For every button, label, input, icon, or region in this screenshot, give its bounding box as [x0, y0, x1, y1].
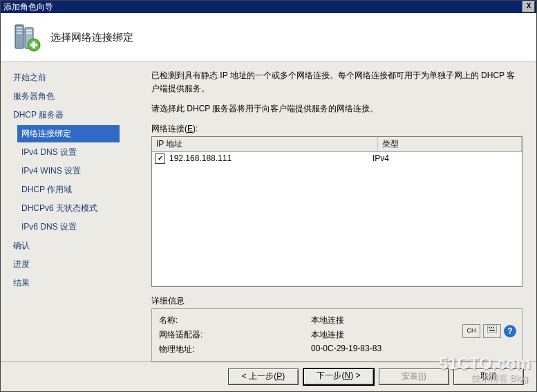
page-title: 选择网络连接绑定	[50, 31, 133, 44]
connections-label: 网络连接(E):	[151, 123, 522, 135]
row-checkbox[interactable]: ✓	[155, 153, 165, 164]
wizard-window: 添加角色向导 X 选择网络连接绑定 开始之前服务器角色DHCP 服务器网络连接绑…	[0, 0, 537, 392]
sidebar-step[interactable]: DHCP 作用域	[17, 181, 120, 198]
svg-rect-5	[26, 30, 32, 31]
sidebar-step[interactable]: DHCP 服务器	[9, 106, 120, 124]
description-2: 请选择此 DHCP 服务器将用于向客户端提供服务的网络连接。	[151, 102, 522, 115]
details-row: 名称:本地连接	[159, 315, 515, 326]
svg-rect-3	[17, 32, 22, 34]
details-row: 网络适配器:本地连接	[159, 329, 515, 341]
description-1: 已检测到具有静态 IP 地址的一个或多个网络连接。每个网络连接都可用于为单独子网…	[151, 69, 522, 95]
wizard-footer: < 上一步(P) 下一步(N) > 安装(I) 取消	[1, 361, 536, 392]
row-ip: 192.168.188.111	[169, 153, 373, 163]
list-rows: ✓192.168.188.111IPv4	[152, 152, 522, 288]
svg-rect-1	[17, 27, 22, 28]
wizard-body: 开始之前服务器角色DHCP 服务器网络连接绑定IPv4 DNS 设置IPv4 W…	[1, 62, 536, 361]
details-key: 物理地址:	[159, 344, 311, 355]
steps-sidebar: 开始之前服务器角色DHCP 服务器网络连接绑定IPv4 DNS 设置IPv4 W…	[1, 62, 131, 361]
sidebar-step[interactable]: DHCPv6 无状态模式	[17, 200, 120, 217]
install-button: 安装(I)	[379, 368, 449, 385]
details-toolbar: CH ?	[462, 324, 516, 338]
wizard-header: 选择网络连接绑定	[1, 13, 536, 62]
svg-rect-6	[26, 32, 32, 34]
details-box: 名称:本地连接网络适配器:本地连接物理地址:00-0C-29-19-83-83 …	[151, 308, 522, 362]
cancel-button[interactable]: 取消	[453, 368, 524, 385]
previous-button[interactable]: < 上一步(P)	[228, 368, 299, 385]
svg-rect-11	[489, 327, 490, 328]
svg-rect-12	[491, 327, 492, 328]
connection-row[interactable]: ✓192.168.188.111IPv4	[152, 152, 522, 165]
close-button[interactable]: X	[522, 1, 535, 12]
next-button[interactable]: 下一步(N) >	[303, 368, 375, 386]
sidebar-step[interactable]: 进度	[9, 256, 120, 273]
details-label: 详细信息	[151, 295, 522, 307]
sidebar-step[interactable]: IPv4 WINS 设置	[17, 162, 120, 180]
column-headers: IP 地址 类型	[152, 137, 522, 152]
row-type: IPv4	[373, 153, 519, 163]
svg-rect-13	[493, 327, 494, 328]
details-key: 名称:	[159, 315, 311, 326]
details-value: 00-0C-29-19-83-83	[311, 344, 515, 355]
svg-rect-14	[489, 330, 495, 331]
svg-rect-0	[15, 25, 23, 48]
help-icon[interactable]: ?	[504, 325, 516, 337]
titlebar: 添加角色向导 X	[1, 1, 536, 13]
window-title: 添加角色向导	[3, 1, 53, 13]
svg-rect-10	[487, 326, 497, 333]
sidebar-step[interactable]: 服务器角色	[9, 88, 120, 105]
main-panel: 已检测到具有静态 IP 地址的一个或多个网络连接。每个网络连接都可用于为单独子网…	[131, 62, 536, 361]
ime-language-button[interactable]: CH	[462, 324, 480, 338]
connections-list[interactable]: IP 地址 类型 ✓192.168.188.111IPv4	[151, 136, 522, 287]
details-row: 物理地址:00-0C-29-19-83-83	[159, 344, 515, 355]
ime-keyboard-icon[interactable]	[483, 324, 501, 338]
sidebar-step[interactable]: 结果	[9, 274, 120, 292]
sidebar-step[interactable]: IPv6 DNS 设置	[17, 218, 120, 236]
column-ip[interactable]: IP 地址	[152, 137, 378, 151]
column-type[interactable]: 类型	[378, 137, 522, 151]
sidebar-step[interactable]: 开始之前	[9, 69, 120, 86]
sidebar-step[interactable]: IPv4 DNS 设置	[17, 144, 120, 161]
svg-rect-2	[17, 30, 22, 31]
sidebar-step[interactable]: 确认	[9, 237, 120, 254]
sidebar-step[interactable]: 网络连接绑定	[17, 125, 120, 142]
svg-rect-9	[30, 44, 37, 46]
details-key: 网络适配器:	[159, 329, 311, 341]
server-role-icon	[10, 21, 42, 53]
